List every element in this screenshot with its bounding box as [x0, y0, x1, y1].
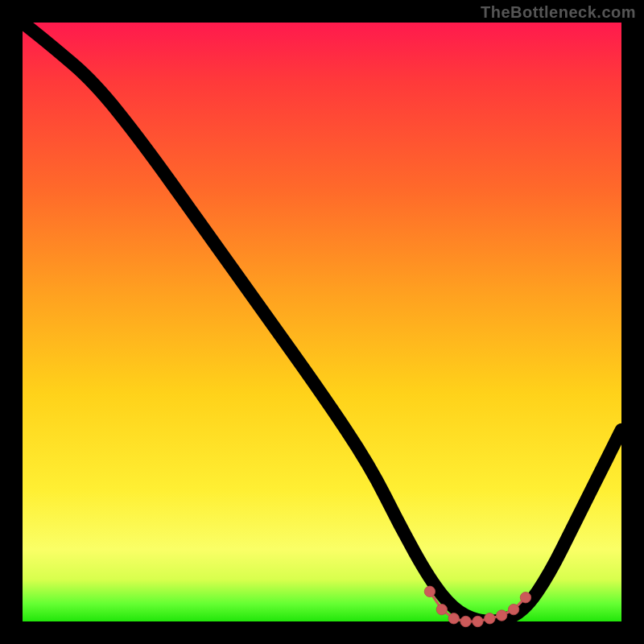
bottleneck-curve	[23, 23, 621, 621]
optimal-zone-dot	[424, 586, 435, 597]
chart-svg	[23, 23, 621, 621]
optimal-zone-dot	[508, 604, 518, 614]
optimal-zone-dot	[473, 616, 483, 626]
watermark-text: TheBottleneck.com	[481, 3, 636, 22]
plot-area	[23, 23, 621, 621]
optimal-zone-dot	[436, 604, 447, 614]
chart-frame: TheBottleneck.com	[0, 0, 644, 644]
optimal-zone-dot	[448, 613, 459, 624]
optimal-zone-dot	[497, 610, 507, 621]
optimal-zone-dot	[460, 616, 471, 626]
optimal-zone-dot	[520, 592, 530, 603]
optimal-zone-dot	[485, 613, 495, 624]
